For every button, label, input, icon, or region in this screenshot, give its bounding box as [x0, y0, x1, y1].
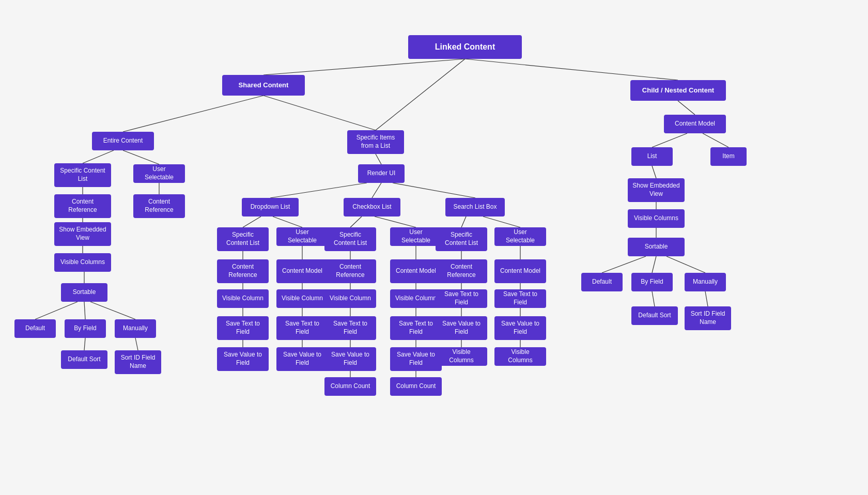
svg-line-31 — [350, 216, 362, 227]
node-visible-col-cb-l: Visible Column — [324, 289, 376, 308]
node-content-model-sl: Content Model — [494, 259, 546, 283]
node-by-field-2: By Field — [631, 273, 673, 291]
node-save-text-cb-r: Save Text to Field — [390, 316, 442, 340]
node-save-text-dd-l: Save Text to Field — [217, 316, 269, 340]
node-sortable-2: Sortable — [628, 238, 685, 256]
node-sort-id-field-2: Sort ID Field Name — [685, 306, 731, 330]
svg-line-59 — [602, 256, 646, 273]
node-column-count-cb-r: Column Count — [390, 377, 442, 396]
svg-line-62 — [652, 291, 655, 306]
svg-line-19 — [372, 183, 381, 198]
node-visible-col-dd-r: Visible Column — [276, 289, 328, 308]
svg-line-0 — [264, 59, 465, 75]
connector-lines — [0, 0, 868, 495]
node-default-sort-1: Default Sort — [61, 350, 107, 369]
node-list-top: List — [631, 147, 673, 166]
svg-line-15 — [84, 338, 85, 350]
svg-line-63 — [705, 291, 708, 306]
node-content-ref-1: Content Reference — [54, 194, 111, 218]
svg-line-18 — [270, 183, 367, 198]
node-visible-col-dd-l: Visible Column — [217, 289, 269, 308]
node-specific-items: Specific Items from a List — [347, 130, 404, 154]
node-default-2: Default — [581, 273, 623, 291]
node-user-sel-sl: User Selectable — [494, 227, 546, 246]
svg-line-32 — [375, 216, 416, 227]
node-manually-2: Manually — [685, 273, 726, 291]
node-user-sel-dd: User Selectable — [276, 227, 328, 246]
node-content-ref-2: Content Reference — [133, 194, 185, 218]
node-search-list-box: Search List Box — [445, 198, 505, 216]
svg-line-1 — [376, 59, 465, 130]
svg-line-12 — [35, 302, 78, 319]
svg-line-14 — [90, 302, 135, 319]
node-child-nested-content: Child / Nested Content — [630, 80, 726, 101]
node-show-embedded-2: Show Embedded View — [628, 178, 685, 202]
svg-line-21 — [243, 216, 261, 227]
node-save-value-sl-l: Save Value to Field — [436, 316, 487, 340]
node-visible-cols-sl-l2: Visible Columns — [436, 347, 487, 366]
node-dropdown-list: Dropdown List — [242, 198, 299, 216]
svg-line-16 — [135, 338, 138, 350]
node-save-value-dd-l: Save Value to Field — [217, 347, 269, 371]
node-sortable-1: Sortable — [61, 283, 107, 302]
node-content-model-top: Content Model — [664, 115, 726, 133]
svg-line-22 — [273, 216, 302, 227]
node-content-ref-dd: Content Reference — [217, 259, 269, 283]
svg-line-54 — [652, 133, 687, 147]
svg-line-53 — [678, 101, 695, 115]
svg-line-61 — [667, 256, 705, 273]
diagram-canvas: Linked Content Shared Content Child / Ne… — [0, 0, 868, 495]
node-save-text-sl-l: Save Text to Field — [436, 289, 487, 308]
node-visible-col-cb-r: Visible Column — [390, 289, 442, 308]
node-linked-content: Linked Content — [408, 35, 522, 59]
node-specific-content-list-1: Specific Content List — [54, 163, 111, 187]
svg-line-4 — [264, 96, 376, 130]
node-entire-content: Entire Content — [92, 132, 154, 150]
svg-line-43 — [461, 216, 466, 227]
node-visible-columns-2: Visible Columns — [628, 209, 685, 228]
node-column-count-cb-l: Column Count — [324, 377, 376, 396]
node-show-embedded-1: Show Embedded View — [54, 222, 111, 246]
node-content-ref-sl: Content Reference — [436, 259, 487, 283]
node-save-value-dd-r: Save Value to Field — [276, 347, 328, 371]
svg-line-5 — [83, 150, 114, 163]
node-user-sel-cb: User Selectable — [390, 227, 442, 246]
node-spec-content-cb-l: Specific Content List — [324, 227, 376, 251]
node-save-text-dd-r: Save Text to Field — [276, 316, 328, 340]
node-save-value-cb-r: Save Value to Field — [390, 347, 442, 371]
node-spec-content-dd-l: Specific Content List — [217, 227, 269, 251]
svg-line-3 — [123, 96, 264, 132]
node-item-top: Item — [710, 147, 747, 166]
node-save-text-cb-l: Save Text to Field — [324, 316, 376, 340]
node-content-model-cb: Content Model — [390, 259, 442, 283]
svg-line-2 — [465, 59, 678, 80]
node-visible-cols-sl-r2: Visible Columns — [494, 347, 546, 366]
node-checkbox-list: Checkbox List — [344, 198, 400, 216]
svg-line-17 — [376, 154, 381, 164]
node-user-selectable-1: User Selectable — [133, 164, 185, 183]
node-render-ui: Render UI — [358, 164, 405, 183]
node-by-field-1: By Field — [65, 319, 106, 338]
svg-line-13 — [84, 302, 85, 319]
node-save-value-sl-r: Save Value to Field — [494, 316, 546, 340]
svg-line-55 — [703, 133, 729, 147]
svg-line-6 — [123, 150, 159, 164]
node-shared-content: Shared Content — [222, 75, 305, 96]
svg-line-44 — [483, 216, 520, 227]
node-content-model-dd: Content Model — [276, 259, 328, 283]
node-manually-1: Manually — [115, 319, 156, 338]
node-default-1: Default — [14, 319, 56, 338]
node-visible-columns-1: Visible Columns — [54, 253, 111, 272]
node-default-sort-3: Default Sort — [631, 306, 678, 325]
svg-line-60 — [652, 256, 656, 273]
node-content-ref-cb: Content Reference — [324, 259, 376, 283]
svg-line-56 — [652, 166, 656, 178]
node-sort-id-field-1: Sort ID Field Name — [115, 350, 161, 374]
node-spec-content-sl-l: Specific Content List — [436, 227, 487, 251]
node-save-value-cb-l: Save Value to Field — [324, 347, 376, 371]
svg-line-20 — [393, 183, 475, 198]
node-save-text-sl-r: Save Text to Field — [494, 289, 546, 308]
